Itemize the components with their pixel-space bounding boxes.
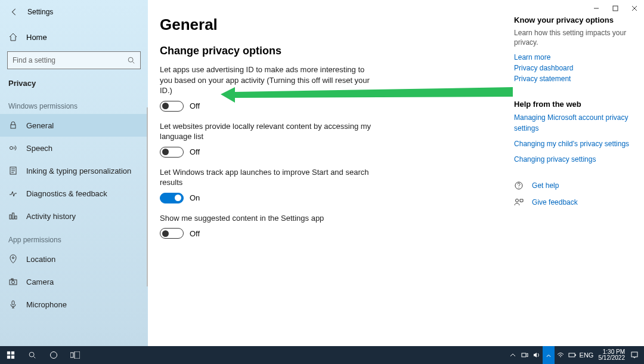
start-button[interactable] [0, 346, 21, 364]
back-button[interactable] [6, 4, 23, 20]
main-pane: General Change privacy options Let apps … [160, 16, 502, 346]
page-title: General [160, 16, 502, 34]
titlebar: Settings [0, 0, 148, 24]
nav-camera[interactable]: Camera [0, 270, 148, 293]
home-icon [8, 32, 18, 42]
nav-inking[interactable]: Inking & typing personalization [0, 159, 148, 182]
tray-app-icon[interactable] [543, 346, 555, 364]
tray-language[interactable]: ENG [578, 346, 595, 364]
link-help2[interactable]: Changing my child's privacy settings [514, 138, 632, 149]
svg-rect-4 [10, 215, 11, 219]
home-nav[interactable]: Home [0, 26, 148, 48]
nav-label: Location [26, 255, 55, 264]
camera-icon [8, 277, 18, 286]
language-label: ENG [580, 351, 594, 359]
speech-icon [8, 143, 18, 153]
inking-icon [8, 166, 18, 175]
toggle-language-list[interactable] [160, 147, 184, 158]
svg-rect-28 [631, 352, 637, 357]
activity-icon [8, 211, 18, 221]
nav-label: Activity history [26, 212, 76, 221]
svg-rect-27 [575, 354, 576, 356]
svg-rect-6 [15, 216, 17, 219]
toggle-state: Off [190, 229, 200, 238]
settings-window: Settings Home Privacy Windows permission… [0, 0, 644, 346]
svg-rect-5 [13, 213, 14, 219]
svg-point-21 [29, 352, 34, 357]
diagnostics-icon [8, 189, 18, 198]
nav-label: Inking & typing personalization [26, 166, 131, 175]
setting-track-launches: Let Windows track app launches to improv… [160, 167, 502, 203]
tray-battery-icon[interactable] [566, 346, 578, 364]
nav-label: Camera [26, 277, 54, 286]
nav-diagnostics[interactable]: Diagnostics & feedback [0, 182, 148, 205]
search-input[interactable] [13, 56, 127, 64]
help-heading: Help from the web [514, 100, 632, 109]
tray-meet-icon[interactable] [519, 346, 531, 364]
svg-point-2 [10, 147, 13, 150]
section-privacy: Privacy [0, 75, 148, 94]
svg-rect-20 [11, 356, 14, 359]
nav-microphone[interactable]: Microphone [0, 293, 148, 316]
toggle-state: On [190, 193, 200, 202]
right-pane: Know your privacy options Learn how this… [514, 16, 632, 346]
cortana-button[interactable] [43, 346, 64, 364]
maximize-button[interactable] [606, 0, 625, 17]
home-label: Home [26, 33, 47, 42]
svg-point-9 [12, 281, 15, 284]
nav-label: Diagnostics & feedback [26, 189, 107, 198]
nav-speech[interactable]: Speech [0, 137, 148, 159]
svg-point-7 [13, 257, 14, 259]
link-privacy-dashboard[interactable]: Privacy dashboard [514, 63, 632, 73]
svg-rect-24 [75, 351, 80, 359]
feedback-icon [514, 198, 524, 207]
give-feedback[interactable]: Give feedback [514, 197, 632, 208]
microphone-icon [8, 300, 18, 309]
content: General Change privacy options Let apps … [148, 0, 644, 346]
tray-wifi-icon[interactable] [555, 346, 566, 364]
link-learn-more[interactable]: Learn more [514, 52, 632, 63]
tray-clock[interactable]: 1:30 PM 5/12/2022 [599, 349, 626, 362]
nav-activity[interactable]: Activity history [0, 205, 148, 227]
setting-language-list: Let websites provide locally relevant co… [160, 121, 502, 158]
toggle-suggested-content[interactable] [160, 228, 184, 239]
svg-rect-23 [70, 353, 73, 357]
get-help-label: Get help [532, 180, 559, 191]
minimize-button[interactable] [587, 0, 606, 17]
give-feedback-label: Give feedback [532, 197, 578, 208]
tray-chevron-icon[interactable] [507, 346, 519, 364]
search-box[interactable] [7, 51, 141, 69]
setting-advertising-id: Let apps use advertising ID to make ads … [160, 64, 502, 112]
toggle-advertising-id[interactable] [160, 101, 184, 112]
tray-volume-icon[interactable] [531, 346, 543, 364]
taskbar-search[interactable] [21, 346, 43, 364]
nav-location[interactable]: Location [0, 248, 148, 270]
toggle-track-launches[interactable] [160, 193, 184, 203]
svg-rect-11 [12, 301, 14, 305]
taskbar: ENG 1:30 PM 5/12/2022 [0, 346, 644, 364]
clock-date: 5/12/2022 [599, 355, 626, 362]
window-title: Settings [27, 8, 53, 16]
know-text: Learn how this setting impacts your priv… [514, 28, 632, 47]
lock-icon [8, 121, 18, 130]
svg-rect-10 [11, 279, 13, 280]
page-subtitle: Change privacy options [160, 45, 502, 57]
link-help3[interactable]: Changing privacy settings [514, 154, 632, 165]
setting-desc: Let websites provide locally relevant co… [160, 121, 374, 142]
toggle-state: Off [190, 101, 200, 110]
close-button[interactable] [625, 0, 644, 17]
task-view-button[interactable] [64, 346, 86, 364]
nav-general[interactable]: General [0, 114, 148, 137]
svg-rect-17 [7, 351, 10, 354]
svg-rect-18 [11, 351, 14, 354]
nav-label: Speech [26, 144, 52, 153]
group-app-permissions: App permissions [0, 227, 148, 248]
svg-point-0 [128, 57, 133, 62]
svg-point-13 [518, 187, 519, 188]
know-heading: Know your privacy options [514, 16, 632, 24]
get-help[interactable]: Get help [514, 180, 632, 191]
svg-rect-25 [522, 353, 526, 357]
tray-notifications-icon[interactable] [628, 346, 640, 364]
link-privacy-statement[interactable]: Privacy statement [514, 73, 632, 84]
link-help1[interactable]: Managing Microsoft account privacy setti… [514, 112, 632, 134]
